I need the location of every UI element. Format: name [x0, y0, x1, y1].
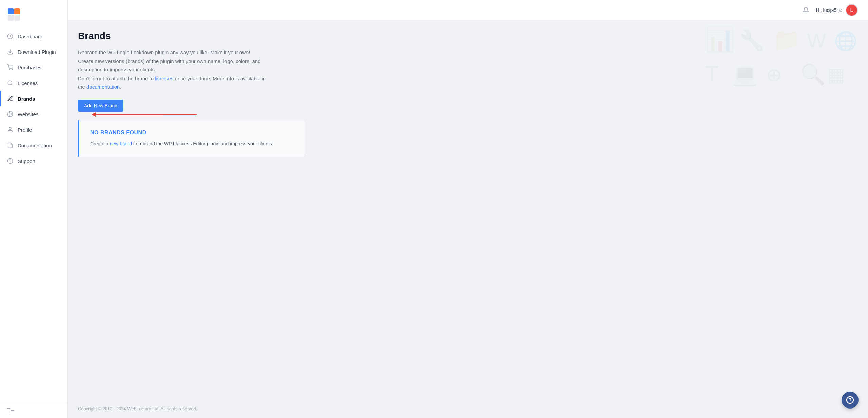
download-icon	[7, 48, 14, 55]
documentation-icon	[7, 142, 14, 149]
no-brands-text: Create a new brand to rebrand the WP hta…	[90, 140, 294, 147]
svg-rect-3	[8, 15, 14, 21]
svg-point-9	[8, 81, 12, 85]
sidebar-item-purchases[interactable]: Purchases	[0, 60, 67, 75]
new-brand-link[interactable]: new brand	[110, 141, 132, 146]
dashboard-icon	[7, 33, 14, 40]
svg-point-8	[12, 69, 13, 70]
sidebar-item-licenses[interactable]: Licenses	[0, 75, 67, 91]
sidebar: Dashboard Download Plugin Purchases	[0, 0, 68, 418]
sidebar-item-download-plugin[interactable]: Download Plugin	[0, 44, 67, 60]
sidebar-logo	[0, 3, 67, 28]
footer-text: Copyright © 2012 - 2024 WebFactory Ltd. …	[78, 406, 197, 411]
header-right: Hi, lucija5ric L	[800, 4, 858, 16]
svg-text:T: T	[705, 61, 719, 86]
sidebar-item-dashboard[interactable]: Dashboard	[0, 28, 67, 44]
main-content: Hi, lucija5ric L 📊 🔧 📁 W 🌐 T 💻 ⊕ 🔍 ▦ Bra…	[68, 0, 868, 418]
purchases-icon	[7, 64, 14, 71]
sidebar-item-label: Documentation	[18, 143, 52, 148]
user-avatar[interactable]: L	[846, 4, 858, 16]
sidebar-item-profile[interactable]: Profile	[0, 122, 67, 138]
sidebar-item-label: Dashboard	[18, 34, 42, 39]
svg-line-10	[11, 84, 12, 85]
websites-icon	[7, 111, 14, 118]
sidebar-item-label: Brands	[18, 96, 35, 102]
brands-icon	[7, 95, 14, 102]
svg-text:▦: ▦	[827, 64, 845, 85]
support-icon	[7, 158, 14, 164]
no-brands-title: NO BRANDS FOUND	[90, 130, 294, 136]
sidebar-item-label: Profile	[18, 127, 32, 133]
description-line1: Rebrand the WP Login Lockdown plugin any…	[78, 49, 250, 55]
header-greeting: Hi, lucija5ric	[816, 7, 842, 13]
notification-icon[interactable]	[800, 4, 812, 16]
svg-marker-30	[92, 112, 96, 117]
description-line2: Create new versions (brands) of the plug…	[78, 58, 261, 73]
page-title: Brands	[78, 30, 858, 41]
svg-rect-2	[14, 8, 20, 14]
svg-rect-4	[14, 15, 20, 21]
sidebar-item-websites[interactable]: Websites	[0, 106, 67, 122]
documentation-link[interactable]: documentation	[86, 84, 120, 90]
svg-text:⊕: ⊕	[766, 64, 782, 85]
header: Hi, lucija5ric L	[68, 0, 868, 20]
sidebar-item-brands[interactable]: Brands	[0, 91, 67, 106]
sidebar-item-label: Licenses	[18, 80, 38, 86]
sidebar-collapse[interactable]	[0, 402, 67, 418]
logo-icon	[7, 7, 21, 22]
svg-text:💻: 💻	[732, 62, 758, 86]
no-brands-suffix: to rebrand the WP htaccess Editor plugin…	[132, 141, 273, 146]
no-brands-prefix: Create a	[90, 141, 110, 146]
svg-point-7	[9, 69, 10, 70]
svg-rect-1	[8, 8, 14, 14]
licenses-icon	[7, 80, 14, 86]
sidebar-item-support[interactable]: Support	[0, 153, 67, 169]
sidebar-nav: Dashboard Download Plugin Purchases	[0, 28, 67, 402]
collapse-icon	[7, 408, 61, 413]
svg-text:🔍: 🔍	[800, 62, 826, 86]
sidebar-item-label: Download Plugin	[18, 49, 56, 55]
support-fab-button[interactable]	[842, 392, 859, 409]
sidebar-item-documentation[interactable]: Documentation	[0, 138, 67, 153]
page-description: Rebrand the WP Login Lockdown plugin any…	[78, 48, 268, 91]
add-new-brand-button[interactable]: Add New Brand	[78, 100, 123, 112]
svg-point-13	[9, 127, 11, 129]
description-suffix: .	[120, 84, 121, 90]
footer: Copyright © 2012 - 2024 WebFactory Ltd. …	[68, 399, 868, 418]
sidebar-item-label: Websites	[18, 111, 38, 117]
sidebar-item-label: Support	[18, 158, 36, 164]
no-brands-panel: NO BRANDS FOUND Create a new brand to re…	[78, 120, 305, 157]
sidebar-item-label: Purchases	[18, 65, 42, 70]
page-content: 📊 🔧 📁 W 🌐 T 💻 ⊕ 🔍 ▦ Brands Rebrand the W…	[68, 20, 868, 399]
profile-icon	[7, 126, 14, 133]
description-line3-prefix: Don't forget to attach the brand to	[78, 76, 155, 81]
licenses-link[interactable]: licenses	[155, 76, 173, 81]
